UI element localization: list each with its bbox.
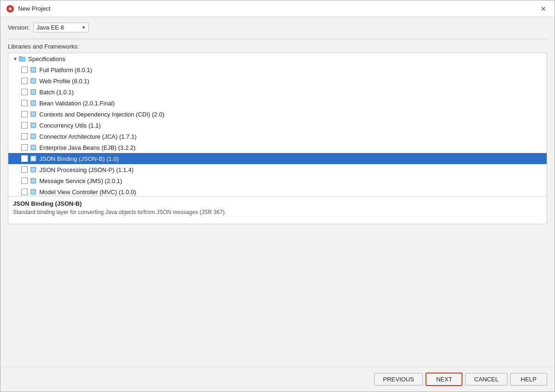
connector-checkbox[interactable] — [21, 133, 28, 140]
json-p-icon — [30, 166, 37, 173]
json-b-label: JSON Binding (JSON-B) (1.0) — [39, 155, 119, 162]
svg-rect-11 — [31, 90, 35, 94]
svg-rect-27 — [31, 179, 35, 183]
list-item[interactable]: Web Profile (8.0.1) — [8, 75, 547, 86]
list-item[interactable]: Batch (1.0.1) — [8, 86, 547, 98]
concurrency-label: Concurrency Utils (1.1) — [39, 122, 101, 129]
cdi-checkbox[interactable] — [21, 111, 28, 117]
new-project-dialog: New Project ✕ Version: Java EE 8 Java EE… — [0, 0, 555, 392]
cdi-label: Contexts and Dependency Injection (CDI) … — [39, 111, 164, 118]
connector-icon — [30, 133, 37, 140]
mvc-icon — [30, 188, 37, 196]
content-area: Version: Java EE 8 Java EE 7 Jakarta EE … — [0, 17, 555, 367]
web-profile-checkbox[interactable] — [21, 78, 28, 84]
version-select[interactable]: Java EE 8 Java EE 7 Jakarta EE 8 — [33, 23, 89, 32]
json-p-label: JSON Processing (JSON-P) (1.1.4) — [39, 166, 134, 173]
version-row: Version: Java EE 8 Java EE 7 Jakarta EE … — [8, 23, 547, 32]
spacer — [8, 224, 547, 367]
list-item[interactable]: Concurrency Utils (1.1) — [8, 120, 547, 131]
info-title: JSON Binding (JSON-B) — [13, 200, 542, 207]
version-select-wrapper: Java EE 8 Java EE 7 Jakarta EE 8 ▼ — [33, 23, 89, 32]
concurrency-checkbox[interactable] — [21, 122, 28, 129]
next-button[interactable]: NEXT — [426, 373, 462, 386]
full-platform-label: Full Platform (8.0.1) — [39, 67, 92, 74]
list-item[interactable]: Model View Controller (MVC) (1.0.0) — [8, 186, 547, 196]
json-b-item[interactable]: JSON Binding (JSON-B) (1.0) — [8, 153, 547, 164]
separator — [8, 39, 547, 39]
title-bar-left: New Project — [6, 5, 50, 13]
full-platform-icon — [30, 66, 37, 74]
web-profile-icon — [30, 77, 37, 85]
info-section: JSON Binding (JSON-B) Standard binding l… — [8, 196, 547, 224]
close-button[interactable]: ✕ — [538, 3, 549, 14]
batch-label: Batch (1.0.1) — [39, 89, 74, 96]
svg-rect-21 — [31, 146, 35, 149]
json-b-checkbox[interactable] — [21, 155, 28, 162]
footer: PREVIOUS NEXT CANCEL HELP — [0, 367, 555, 392]
svg-rect-25 — [31, 168, 35, 172]
bean-validation-label: Bean Validation (2.0.1.Final) — [39, 100, 115, 107]
list-item[interactable]: Message Service (JMS) (2.0.1) — [8, 175, 547, 186]
ejb-label: Enterprise Java Beans (EJB) (3.2.2) — [39, 144, 136, 151]
cdi-icon — [30, 110, 37, 118]
title-bar: New Project ✕ — [0, 0, 555, 17]
svg-rect-5 — [19, 57, 25, 61]
list-item[interactable]: Full Platform (8.0.1) — [8, 64, 547, 75]
list-item[interactable]: Connector Architecture (JCA) (1.7.1) — [8, 131, 547, 142]
batch-checkbox[interactable] — [21, 89, 28, 95]
concurrency-icon — [30, 122, 37, 129]
svg-rect-17 — [31, 123, 35, 127]
svg-rect-19 — [31, 135, 35, 138]
version-label: Version: — [8, 24, 30, 31]
mvc-label: Model View Controller (MVC) (1.0.0) — [39, 189, 136, 196]
svg-rect-7 — [31, 68, 35, 72]
svg-rect-9 — [31, 79, 35, 83]
list-item[interactable]: JSON Processing (JSON-P) (1.1.4) — [8, 164, 547, 175]
cancel-button[interactable]: CANCEL — [465, 373, 507, 386]
svg-rect-29 — [31, 190, 35, 194]
json-p-checkbox[interactable] — [21, 166, 28, 173]
chevron-down-icon: ▼ — [12, 56, 18, 61]
jms-checkbox[interactable] — [21, 178, 28, 184]
list-item[interactable]: Contexts and Dependency Injection (CDI) … — [8, 109, 547, 120]
connector-label: Connector Architecture (JCA) (1.7.1) — [39, 133, 136, 140]
svg-rect-15 — [31, 112, 35, 116]
ejb-checkbox[interactable] — [21, 144, 28, 151]
specifications-folder-icon — [18, 55, 26, 62]
ejb-icon — [30, 144, 37, 151]
frameworks-tree[interactable]: ▼ Specifications Full Platf — [8, 53, 547, 196]
full-platform-checkbox[interactable] — [21, 67, 28, 73]
specifications-label: Specifications — [28, 55, 65, 62]
list-item[interactable]: Enterprise Java Beans (EJB) (3.2.2) — [8, 142, 547, 153]
bean-validation-checkbox[interactable] — [21, 100, 28, 106]
mvc-checkbox[interactable] — [21, 189, 28, 195]
bean-validation-icon — [30, 99, 37, 107]
list-item[interactable]: Bean Validation (2.0.1.Final) — [8, 98, 547, 109]
svg-rect-23 — [31, 157, 35, 160]
jms-icon — [30, 177, 37, 184]
previous-button[interactable]: PREVIOUS — [374, 373, 423, 386]
batch-icon — [30, 88, 37, 96]
libraries-label: Libraries and Frameworks: — [8, 43, 547, 50]
info-description: Standard binding layer for converting Ja… — [13, 209, 542, 215]
jms-label: Message Service (JMS) (2.0.1) — [39, 178, 122, 184]
app-icon — [6, 5, 14, 13]
svg-point-2 — [9, 7, 12, 10]
help-button[interactable]: HELP — [510, 373, 547, 386]
svg-rect-13 — [31, 101, 35, 105]
dialog-title: New Project — [18, 5, 50, 12]
web-profile-label: Web Profile (8.0.1) — [39, 78, 89, 85]
tree-root-specifications[interactable]: ▼ Specifications — [8, 53, 547, 64]
json-b-icon — [30, 155, 37, 162]
